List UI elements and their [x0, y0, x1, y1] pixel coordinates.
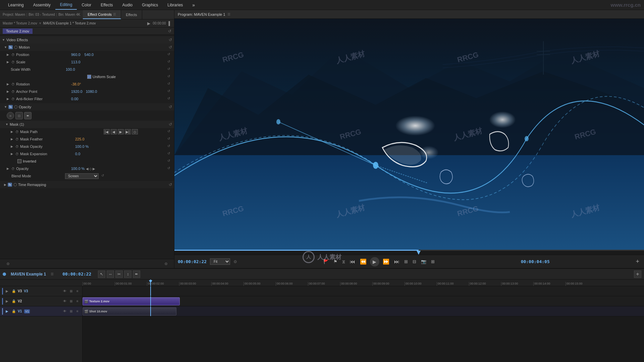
v3-expand[interactable]: ▶: [4, 289, 10, 294]
blend-mode-select[interactable]: Screen Normal Multiply Add: [65, 173, 99, 179]
motion-section-header[interactable]: ▼ fx ⬡ Motion ↺: [0, 44, 174, 51]
opacity-value-watch-icon[interactable]: ⏱: [11, 167, 15, 171]
opacity-prev-kf[interactable]: ◀: [86, 167, 89, 171]
clip-texture2[interactable]: 🎬 Texture 2.mov: [83, 297, 180, 305]
fit-dropdown[interactable]: Fit 25% 50% 100%: [210, 258, 230, 265]
reset-mask-expansion[interactable]: ↺: [167, 152, 172, 156]
timeline-timecode[interactable]: 00:00:02:22: [62, 272, 91, 277]
reset-position[interactable]: ↺: [167, 52, 172, 57]
tl-tool-razor[interactable]: ✂: [115, 270, 123, 278]
position-watch-icon[interactable]: ⏱: [11, 53, 15, 57]
menu-more[interactable]: »: [187, 0, 200, 10]
tab-effects[interactable]: Effects: [121, 10, 142, 19]
reset-motion-icon[interactable]: ↺: [169, 45, 172, 50]
v1-expand[interactable]: ▶: [4, 309, 10, 314]
monitor-go-to-in[interactable]: ⏮: [348, 258, 357, 265]
monitor-go-to-out[interactable]: ⏭: [393, 258, 401, 265]
mask-path-go-start[interactable]: |◀: [104, 129, 110, 134]
tab-effect-controls[interactable]: Effect Controls ☰: [83, 10, 121, 19]
mask-expansion-value[interactable]: 0.0: [75, 152, 80, 156]
anchor-watch-icon[interactable]: ⏱: [11, 90, 15, 94]
mask-expansion-watch-icon[interactable]: ⏱: [15, 152, 19, 156]
monitor-export-frame[interactable]: 📷: [420, 258, 428, 265]
v2-lock[interactable]: 🔒: [11, 299, 16, 304]
position-y[interactable]: 540.0: [85, 53, 94, 57]
tl-tool-slip[interactable]: ↕: [124, 270, 131, 278]
anchor-expand[interactable]: ▶: [7, 90, 11, 93]
reset-blend-mode[interactable]: ↺: [101, 174, 106, 178]
opacity-value[interactable]: 100.0 %: [71, 167, 85, 171]
v3-lock[interactable]: 🔒: [11, 289, 16, 294]
reset-scale-width[interactable]: ↺: [167, 67, 172, 72]
opacity-next-kf[interactable]: ▶: [93, 167, 95, 171]
monitor-mark-out[interactable]: ⚑: [332, 258, 339, 265]
mask-header[interactable]: ▼ Mask (1) ↺: [0, 121, 174, 128]
inverted-checkbox-container[interactable]: Inverted: [17, 159, 36, 163]
reset-mask-path[interactable]: ↺: [167, 129, 172, 134]
reset-time-remap-icon[interactable]: ↺: [169, 182, 172, 187]
mask-path-options[interactable]: ◇: [132, 129, 138, 134]
scale-width-value[interactable]: 100.0: [66, 67, 75, 71]
anti-flicker-value[interactable]: 0.00: [71, 97, 78, 101]
scale-expand[interactable]: ▶: [7, 60, 11, 64]
rotation-expand[interactable]: ▶: [7, 82, 11, 86]
rotation-value[interactable]: -38.0°: [71, 82, 81, 86]
time-remapping-header[interactable]: ▶ fx ⬡ Time Remapping ↺: [0, 181, 174, 188]
tl-tool-ripple[interactable]: ↔: [107, 270, 114, 278]
v1-visibility[interactable]: 👁: [62, 309, 67, 314]
monitor-add-track[interactable]: +: [634, 257, 641, 266]
mask-opacity-value[interactable]: 100.0 %: [75, 144, 89, 148]
menu-effects[interactable]: Effects: [96, 0, 117, 10]
reset-mask-feather[interactable]: ↺: [167, 137, 172, 141]
reset-all-icon[interactable]: ↺: [168, 29, 171, 34]
monitor-step-back[interactable]: ⏪: [359, 258, 368, 265]
monitor-play-button[interactable]: ▶: [370, 257, 379, 266]
mask-expansion-expand[interactable]: ▶: [11, 152, 15, 156]
mask-path-watch-icon[interactable]: ⏱: [15, 130, 19, 134]
reset-anchor[interactable]: ↺: [167, 89, 172, 94]
monitor-multi-cam[interactable]: ⊞: [430, 258, 436, 265]
anti-flicker-expand[interactable]: ▶: [7, 97, 11, 101]
menu-assembly[interactable]: Assembly: [29, 0, 55, 10]
menu-editing[interactable]: Editing: [55, 0, 77, 10]
v3-sync[interactable]: ⊞: [68, 289, 74, 294]
mask-path-add-keyframe[interactable]: ▶: [118, 129, 124, 134]
monitor-insert[interactable]: ⊞: [403, 258, 409, 265]
reset-mask-icon[interactable]: ↺: [169, 122, 172, 127]
mask-opacity-watch-icon[interactable]: ⏱: [15, 145, 19, 148]
v2-visibility[interactable]: 👁: [62, 299, 67, 304]
mask-feather-watch-icon[interactable]: ⏱: [15, 137, 19, 141]
rect-mask-tool[interactable]: □: [15, 112, 23, 119]
monitor-step-forward[interactable]: ⏩: [381, 258, 391, 265]
v1-sync[interactable]: ⊞: [68, 309, 74, 314]
menu-libraries[interactable]: Libraries: [163, 0, 187, 10]
mask-path-next[interactable]: ▶|: [125, 129, 131, 134]
scale-watch-icon[interactable]: ⏱: [11, 60, 15, 64]
anchor-y[interactable]: 1080.0: [86, 89, 97, 94]
menu-learning[interactable]: Learning: [3, 0, 29, 10]
opacity-section-header[interactable]: ▼ fx ⬡ Opacity ↺: [0, 103, 174, 111]
monitor-mark-in[interactable]: 🚩: [322, 258, 330, 265]
clip-shot10[interactable]: 🎬 Shot 10.mov: [83, 307, 176, 315]
mask-feather-value[interactable]: 225.0: [75, 137, 85, 141]
video-effects-header[interactable]: ▼ Video Effects ↺: [0, 36, 174, 44]
rotation-watch-icon[interactable]: ⏱: [11, 82, 15, 86]
v2-settings[interactable]: ≡: [75, 299, 80, 304]
mask-opacity-expand[interactable]: ▶: [11, 145, 15, 148]
anti-flicker-watch-icon[interactable]: ⏱: [11, 97, 15, 101]
ellipse-mask-tool[interactable]: ○: [7, 112, 14, 119]
uniform-scale-checkbox-container[interactable]: ✓ Uniform Scale: [87, 75, 116, 79]
reset-inverted[interactable]: ↺: [167, 159, 172, 164]
menu-color[interactable]: Color: [77, 0, 96, 10]
position-x[interactable]: 960.0: [71, 53, 80, 57]
reset-opacity-value[interactable]: ↺: [167, 166, 172, 171]
opacity-value-expand[interactable]: ▶: [7, 167, 11, 170]
program-menu-icon[interactable]: ☰: [227, 12, 230, 16]
uniform-scale-checkbox[interactable]: ✓: [87, 75, 91, 79]
anchor-x[interactable]: 1920.0: [71, 89, 83, 94]
reset-video-icon[interactable]: ↺: [169, 38, 172, 42]
quality-icon[interactable]: ⚙: [233, 259, 237, 264]
monitor-mark-clip[interactable]: ⧖: [341, 258, 346, 265]
mask-feather-expand[interactable]: ▶: [11, 137, 15, 141]
menu-graphics[interactable]: Graphics: [137, 0, 163, 10]
